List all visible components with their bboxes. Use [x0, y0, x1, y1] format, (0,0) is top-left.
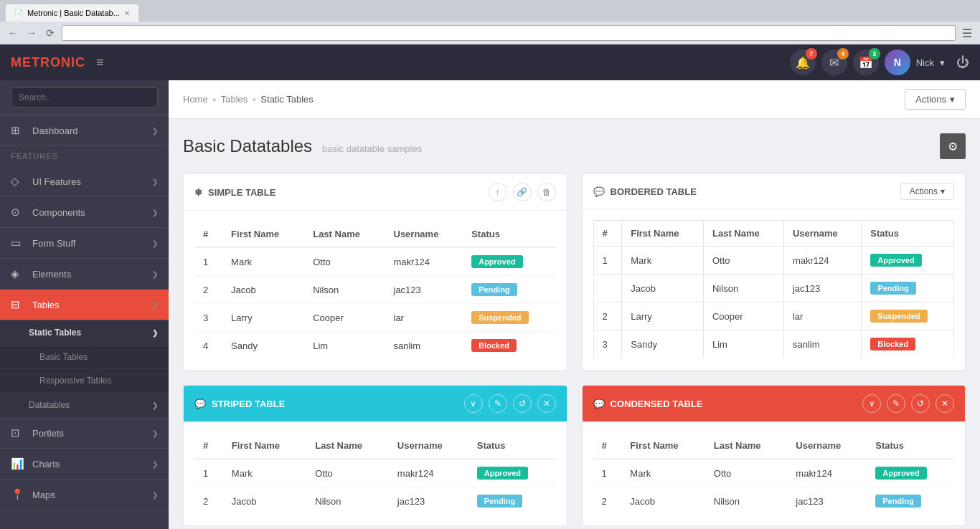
browser-nav-bar: ← → ⟳ ☰: [0, 22, 980, 44]
cell-last-name: Lim: [304, 332, 385, 360]
upload-button[interactable]: ↑: [489, 183, 507, 201]
cell-last-name: Otto: [306, 459, 389, 487]
bordered-table-title: 💬 BORDERED TABLE: [593, 186, 697, 197]
cell-username: sanlim: [783, 330, 861, 358]
status-badge: Pending: [477, 495, 522, 507]
tab-close[interactable]: ✕: [124, 9, 130, 17]
sidebar-sub-item-responsive-tables[interactable]: Responsive Tables: [0, 369, 169, 393]
simple-table: # First Name Last Name Username Status 1: [194, 221, 556, 359]
sidebar-item-components[interactable]: ⊙ Components ❯: [0, 197, 169, 228]
sidebar-sub-item-datatables[interactable]: Datatables ❯: [0, 393, 169, 418]
search-input[interactable]: [11, 87, 158, 108]
collapse-button[interactable]: ∨: [862, 394, 881, 413]
bell-button[interactable]: 🔔 7: [790, 49, 816, 75]
chevron-right-icon: ❯: [152, 460, 158, 468]
sidebar-item-charts[interactable]: 📊 Charts ❯: [0, 449, 169, 480]
cell-id: 1: [593, 247, 622, 275]
form-icon: ▭: [11, 237, 25, 249]
cell-id: 3: [194, 304, 222, 332]
cell-status: Blocked: [463, 332, 555, 360]
user-menu[interactable]: N Nick ▾: [885, 49, 945, 75]
refresh-button[interactable]: ↺: [513, 394, 532, 413]
actions-button[interactable]: Actions ▾: [905, 89, 966, 110]
cell-status: Pending: [867, 487, 954, 515]
col-first-name: First Name: [622, 221, 704, 247]
sidebar-item-label: Tables: [32, 300, 152, 310]
cell-username: sanlim: [385, 332, 463, 360]
col-last-name: Last Name: [306, 433, 389, 459]
cell-username: makr124: [385, 247, 463, 276]
user-name: Nick: [916, 57, 934, 68]
table-row: 1 Mark Otto makr124 Approved: [593, 459, 955, 487]
page-title-area: Basic Datatables basic datatable samples: [183, 136, 422, 156]
bordered-table-portlet: 💬 BORDERED TABLE Actions ▾: [582, 173, 966, 371]
col-username: Username: [389, 433, 468, 459]
collapse-button[interactable]: ∨: [464, 394, 483, 413]
reload-button[interactable]: ⟳: [43, 26, 57, 40]
sidebar-item-ui-features[interactable]: ◇ UI Features ❯: [0, 166, 169, 197]
sidebar-item-elements[interactable]: ◈ Elements ❯: [0, 259, 169, 290]
cell-id: [593, 275, 622, 302]
maps-icon: 📍: [11, 488, 25, 501]
close-button[interactable]: ✕: [936, 394, 954, 413]
page-content: Basic Datatables basic datatable samples…: [169, 119, 980, 529]
back-button[interactable]: ←: [6, 26, 20, 40]
mail-badge: 4: [837, 48, 849, 59]
sidebar-item-form-stuff[interactable]: ▭ Form Stuff ❯: [0, 228, 169, 259]
condensed-table-title: 💬 Condensed Table: [593, 399, 703, 409]
cell-last-name: Otto: [304, 247, 385, 276]
logout-button[interactable]: ⏻: [956, 55, 969, 70]
features-section-title: FEATURES: [0, 146, 169, 166]
breadcrumb-home[interactable]: Home: [183, 94, 208, 105]
refresh-button[interactable]: ↺: [911, 394, 930, 413]
top-navbar: METRONIC ≡ 🔔 7 ✉ 4 📅 3 N Nick ▾ ⏻: [0, 44, 980, 80]
chevron-right-icon: ❯: [152, 178, 158, 186]
cell-last-name: Otto: [705, 459, 788, 487]
navbar-right: 🔔 7 ✉ 4 📅 3 N Nick ▾ ⏻: [790, 49, 969, 75]
chevron-down-icon: ▾: [941, 186, 945, 196]
sidebar-item-dashboard[interactable]: ⊞ Dashboard ❯: [0, 115, 169, 146]
close-button[interactable]: ✕: [537, 394, 556, 413]
cell-first-name: Sandy: [622, 330, 704, 358]
logo: METRONIC: [11, 55, 85, 70]
status-badge: Blocked: [870, 338, 915, 351]
browser-tab[interactable]: 📄 Metronic | Basic Datatab... ✕: [6, 4, 138, 22]
browser-menu[interactable]: ☰: [960, 26, 974, 40]
cell-id: 2: [593, 302, 622, 330]
hamburger-button[interactable]: ≡: [96, 55, 104, 70]
sidebar-item-maps[interactable]: 📍 Maps ❯: [0, 480, 169, 510]
sidebar-sub-item-static-tables[interactable]: Static Tables ❯: [0, 320, 169, 345]
sidebar-item-label: UI Features: [32, 176, 152, 187]
sidebar-item-tables[interactable]: ⊟ Tables ❯: [0, 290, 169, 320]
edit-button[interactable]: ✎: [887, 394, 905, 413]
page-settings-button[interactable]: ⚙: [940, 133, 966, 159]
bell-badge: 7: [806, 48, 817, 59]
cell-username: makr124: [787, 459, 867, 487]
bordered-table-actions-button[interactable]: Actions ▾: [900, 183, 954, 200]
cell-first-name: Jacob: [622, 275, 704, 302]
delete-button[interactable]: 🗑: [537, 183, 556, 201]
forward-button[interactable]: →: [24, 26, 39, 40]
condensed-table-body: # First Name Last Name Username Status 1: [583, 422, 966, 525]
browser-chrome: 📄 Metronic | Basic Datatab... ✕ ← → ⟳ ☰: [0, 0, 980, 44]
address-bar[interactable]: [62, 25, 956, 41]
mail-button[interactable]: ✉ 4: [821, 49, 847, 75]
striped-table-portlet: 💬 Striped Table ∨ ✎ ↺ ✕: [183, 385, 567, 526]
table-row: 2 Jacob Nilson jac123 Pending: [194, 276, 556, 304]
breadcrumb-tables[interactable]: Tables: [221, 94, 248, 105]
sidebar-sub-item-basic-tables[interactable]: Basic Tables: [0, 345, 169, 369]
calendar-button[interactable]: 📅 3: [853, 49, 879, 75]
col-last-name: Last Name: [304, 221, 385, 247]
simple-table-portlet: ❄ SIMPLE TABLE ↑ 🔗 🗑: [183, 173, 567, 371]
cell-id: 1: [194, 247, 222, 276]
table-header-row: # First Name Last Name Username Status: [593, 433, 955, 459]
sidebar-item-portlets[interactable]: ⊡ Portlets ❯: [0, 418, 169, 449]
col-last-name: Last Name: [703, 221, 783, 247]
col-id: #: [194, 221, 222, 247]
link-button[interactable]: 🔗: [513, 183, 532, 201]
edit-button[interactable]: ✎: [489, 394, 507, 413]
cell-first-name: Sandy: [222, 332, 304, 360]
main-area: ⊞ Dashboard ❯ FEATURES ◇ UI Features ❯ ⊙…: [0, 80, 980, 529]
sidebar-item-label: Maps: [32, 490, 152, 500]
sidebar-item-label: Portlets: [32, 428, 152, 439]
